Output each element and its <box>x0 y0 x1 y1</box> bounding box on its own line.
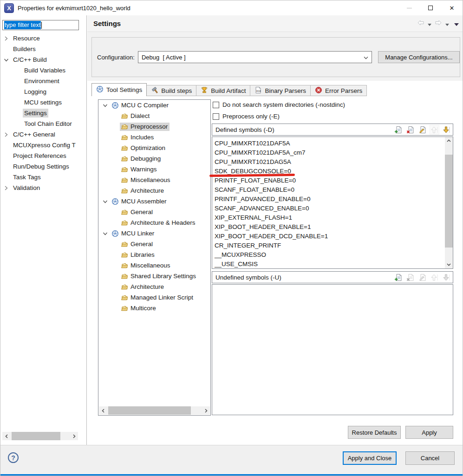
tool-tree-item-multicore[interactable]: Multicore <box>98 303 210 313</box>
sidebar-item-environment[interactable]: Environment <box>0 76 86 86</box>
restore-defaults-button[interactable]: Restore Defaults <box>348 426 401 439</box>
defined-symbol-item[interactable]: CPU_MIMXRT1021DAF5A_cm7 <box>212 148 445 157</box>
tab-binary-parsers[interactable]: 010Binary Parsers <box>250 85 311 96</box>
undefined-symbols-list[interactable] <box>212 284 453 415</box>
sidebar-item-build-variables[interactable]: Build Variables <box>0 65 86 76</box>
preprocess-only-checkbox[interactable] <box>213 113 219 120</box>
scrollbar-thumb[interactable] <box>12 432 60 440</box>
chevron-down-icon[interactable] <box>102 199 108 204</box>
tab-error-parsers[interactable]: Error Parsers <box>311 85 367 96</box>
tool-tree-item-architecture-headers[interactable]: Architecture & Headers <box>98 217 210 228</box>
nostdinc-checkbox[interactable] <box>213 102 219 108</box>
chevron-down-icon[interactable] <box>102 231 108 236</box>
defined-symbol-item[interactable]: __USE_CMSIS <box>212 260 445 269</box>
close-button[interactable]: ✕ <box>441 0 463 15</box>
configuration-select[interactable]: Debug [ Active ] <box>138 51 372 63</box>
tool-tree-horizontal-scrollbar[interactable] <box>99 406 210 415</box>
tool-tree-item-managed-linker-script[interactable]: Managed Linker Script <box>98 292 210 303</box>
tool-tree-item-includes[interactable]: Includes <box>98 132 210 143</box>
defined-symbol-item[interactable]: XIP_BOOT_HEADER_DCD_ENABLE=1 <box>212 232 445 241</box>
sidebar-item-project-references[interactable]: Project References <box>0 150 86 161</box>
sidebar-item-settings[interactable]: Settings <box>0 108 86 118</box>
edit-symbol-icon <box>418 274 426 281</box>
back-menu-icon[interactable] <box>428 20 431 28</box>
scrollbar-thumb[interactable] <box>445 155 453 248</box>
cancel-button[interactable]: Cancel <box>405 451 455 465</box>
tool-tree-item-miscellaneous[interactable]: Miscellaneous <box>98 260 210 271</box>
sidebar-item-tool-chain-editor[interactable]: Tool Chain Editor <box>0 118 86 129</box>
edit-symbol-button[interactable] <box>418 125 427 134</box>
sidebar-item-builders[interactable]: Builders <box>0 44 86 54</box>
tool-tree-item-debugging[interactable]: Debugging <box>98 153 210 164</box>
scroll-right-icon[interactable] <box>202 406 210 415</box>
scroll-down-icon[interactable] <box>445 261 453 268</box>
scroll-right-icon[interactable] <box>70 432 78 440</box>
forward-icon[interactable] <box>435 20 442 28</box>
tool-tree-item-libraries[interactable]: Libraries <box>98 249 210 260</box>
scroll-left-icon[interactable] <box>99 406 107 415</box>
tool-tree-item-preprocessor[interactable]: Preprocessor <box>98 121 210 132</box>
defined-symbol-item[interactable]: SCANF_ADVANCED_ENABLE=0 <box>212 204 445 213</box>
tool-tree-item-miscellaneous[interactable]: Miscellaneous <box>98 175 210 185</box>
apply-button[interactable]: Apply <box>405 426 453 439</box>
defined-symbol-item[interactable]: __MCUXPRESSO <box>212 250 445 260</box>
tool-tree-item-general[interactable]: General <box>98 239 210 249</box>
defined-symbol-item[interactable]: PRINTF_FLOAT_ENABLE=0 <box>212 176 445 185</box>
tool-tree-item-architecture[interactable]: Architecture <box>98 281 210 292</box>
folder-icon <box>121 273 128 280</box>
defined-symbol-item[interactable]: XIP_EXTERNAL_FLASH=1 <box>212 213 445 222</box>
sidebar-item-logging[interactable]: Logging <box>0 86 86 97</box>
tool-tree-item-warnings[interactable]: Warnings <box>98 164 210 175</box>
tab-build-artifact[interactable]: Build Artifact <box>196 85 250 96</box>
tool-tree-item-general[interactable]: General <box>98 207 210 217</box>
folder-icon <box>121 251 128 259</box>
defined-symbol-item[interactable]: SCANF_FLOAT_ENABLE=0 <box>212 185 445 195</box>
scroll-up-icon[interactable] <box>445 137 453 145</box>
forward-menu-icon[interactable] <box>445 20 449 28</box>
sidebar-item-run-debug-settings[interactable]: Run/Debug Settings <box>0 161 86 172</box>
defined-symbols-scrollbar[interactable] <box>445 137 453 268</box>
scrollbar-thumb[interactable] <box>108 406 191 415</box>
defined-symbol-item[interactable]: XIP_BOOT_HEADER_ENABLE=1 <box>212 222 445 232</box>
edit-symbol-icon <box>418 126 426 134</box>
delete-symbol-button[interactable] <box>406 125 415 134</box>
add-symbol-button[interactable] <box>394 273 403 282</box>
chevron-down-icon[interactable] <box>102 103 108 108</box>
defined-symbol-item[interactable]: PRINTF_ADVANCED_ENABLE=0 <box>212 195 445 204</box>
tool-tree-item-dialect[interactable]: Dialect <box>98 111 210 121</box>
chevron-right-icon[interactable] <box>3 36 9 41</box>
scroll-left-icon[interactable] <box>2 432 11 440</box>
tab-build-steps[interactable]: Build steps <box>147 85 196 96</box>
sidebar-item-c-c-general[interactable]: C/C++ General <box>0 129 86 140</box>
view-menu-icon[interactable] <box>454 20 459 28</box>
sidebar-item-c-c-build[interactable]: C/C++ Build <box>0 54 86 65</box>
add-symbol-button[interactable] <box>394 125 403 134</box>
chevron-right-icon[interactable] <box>3 132 9 137</box>
chevron-down-icon[interactable] <box>3 57 9 63</box>
filter-input[interactable]: type filter text <box>2 20 79 30</box>
sidebar-item-resource[interactable]: Resource <box>0 33 86 44</box>
defined-symbol-item[interactable]: CPU_MIMXRT1021DAG5A <box>212 157 445 167</box>
sidebar-item-validation[interactable]: Validation <box>0 183 86 193</box>
sidebar-item-task-tags[interactable]: Task Tags <box>0 172 86 183</box>
sidebar-item-mcuxpresso-config-t[interactable]: MCUXpresso Config T <box>0 140 86 150</box>
minimize-button[interactable] <box>398 0 420 15</box>
manage-configurations-button[interactable]: Manage Configurations... <box>378 51 460 63</box>
tool-tree-item-mcu-linker[interactable]: MCU Linker <box>98 228 210 239</box>
tool-tree-item-shared-library-settings[interactable]: Shared Library Settings <box>98 271 210 281</box>
apply-and-close-button[interactable]: Apply and Close <box>343 451 397 465</box>
tool-tree-item-mcu-assembler[interactable]: MCU Assembler <box>98 196 210 207</box>
maximize-button[interactable] <box>420 0 441 15</box>
tool-tree-item-optimization[interactable]: Optimization <box>98 143 210 153</box>
defined-symbol-item[interactable]: CR_INTEGER_PRINTF <box>212 241 445 250</box>
defined-symbol-item[interactable]: CPU_MIMXRT1021DAF5A <box>212 139 445 148</box>
sidebar-horizontal-scrollbar[interactable] <box>2 432 78 440</box>
move-down-button[interactable] <box>442 125 451 134</box>
sidebar-item-mcu-settings[interactable]: MCU settings <box>0 97 86 108</box>
chevron-right-icon[interactable] <box>3 185 9 191</box>
tool-tree-item-mcu-c-compiler[interactable]: MCU C Compiler <box>98 100 210 111</box>
tab-tool-settings[interactable]: Tool Settings <box>91 83 147 96</box>
back-icon[interactable] <box>417 20 424 28</box>
help-button[interactable]: ? <box>8 452 19 463</box>
tool-tree-item-architecture[interactable]: Architecture <box>98 185 210 196</box>
